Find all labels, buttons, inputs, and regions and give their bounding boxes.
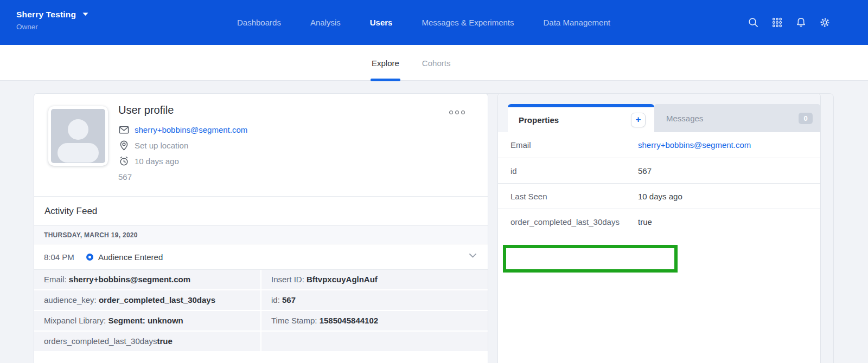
tab-cohorts-label: Cohorts bbox=[422, 59, 451, 68]
gear-icon[interactable] bbox=[819, 17, 831, 28]
bell-icon[interactable] bbox=[795, 17, 807, 28]
properties-tab-header: Properties + Messages 0 bbox=[498, 94, 820, 132]
property-value: 567 bbox=[638, 166, 652, 176]
event-prop-cell: Mixpanel Library: Segment: unknown bbox=[34, 311, 260, 330]
property-label: order_completed_last_30days bbox=[510, 217, 620, 226]
properties-table: Email sherry+bobbins@segment.com id 567 … bbox=[498, 132, 820, 234]
event-time: 8:04 PM bbox=[44, 252, 86, 262]
tab-explore-label: Explore bbox=[372, 59, 399, 68]
property-value: true bbox=[638, 217, 652, 226]
tab-messages-label: Messages bbox=[666, 114, 703, 123]
alarm-clock-icon bbox=[118, 155, 130, 167]
profile-location[interactable]: Set up location bbox=[135, 141, 188, 150]
event-prop-cell: Time Stamp: 1585045844102 bbox=[261, 311, 488, 330]
page-title: User profile bbox=[118, 104, 247, 116]
property-label: id bbox=[510, 166, 517, 176]
explore-cohorts-tab-bar: Explore Cohorts bbox=[0, 45, 868, 81]
workspace-name: Sherry Testing bbox=[16, 10, 76, 20]
event-prop-cell: id: 567 bbox=[261, 290, 488, 310]
more-options-icon[interactable] bbox=[449, 111, 465, 114]
main-nav-links: Dashboards Analysis Users Messages & Exp… bbox=[237, 0, 610, 45]
avatar bbox=[48, 106, 108, 166]
tab-cohorts[interactable]: Cohorts bbox=[422, 45, 451, 81]
activity-feed-title: Activity Feed bbox=[44, 206, 97, 217]
property-row-last-seen: Last Seen 10 days ago bbox=[498, 183, 820, 209]
workspace-switcher[interactable]: Sherry Testing Owner bbox=[16, 10, 88, 31]
event-prop-cell: audience_key: order_completed_last_30day… bbox=[34, 290, 260, 310]
tab-messages[interactable]: Messages 0 bbox=[654, 104, 820, 132]
profile-last-seen: 10 days ago bbox=[135, 157, 179, 166]
workspace-role: Owner bbox=[16, 23, 88, 31]
tab-properties[interactable]: Properties + bbox=[508, 104, 654, 132]
tab-properties-label: Properties bbox=[519, 115, 559, 125]
location-pin-icon bbox=[118, 140, 130, 151]
property-row-email: Email sherry+bobbins@segment.com bbox=[498, 132, 820, 158]
messages-count-badge: 0 bbox=[799, 113, 813, 124]
property-label: Email bbox=[510, 140, 531, 150]
add-property-button[interactable]: + bbox=[631, 113, 646, 127]
nav-item-dashboards[interactable]: Dashboards bbox=[237, 18, 281, 27]
properties-panel-card: Properties + Messages 0 Email sherry+bob… bbox=[497, 93, 821, 363]
event-prop-cell: orders_completed_last_30daystrue bbox=[34, 332, 260, 351]
event-prop-cell: Email: sherry+bobbins@segment.com bbox=[34, 270, 260, 289]
property-value: 10 days ago bbox=[638, 192, 682, 201]
sub-tabs: Explore Cohorts bbox=[372, 45, 450, 81]
profile-email-link[interactable]: sherry+bobbins@segment.com bbox=[135, 125, 247, 134]
nav-icon-group bbox=[748, 0, 831, 45]
profile-id: 567 bbox=[118, 169, 247, 185]
nav-item-messages-experiments[interactable]: Messages & Experiments bbox=[422, 18, 514, 27]
profile-section: User profile sherry+bobbins@segment.com … bbox=[34, 94, 488, 196]
envelope-icon bbox=[118, 124, 130, 135]
nav-item-users[interactable]: Users bbox=[370, 18, 393, 27]
search-icon[interactable] bbox=[748, 17, 759, 28]
profile-info: User profile sherry+bobbins@segment.com … bbox=[118, 104, 247, 185]
event-name: Audience Entered bbox=[98, 252, 163, 262]
user-profile-card: User profile sherry+bobbins@segment.com … bbox=[34, 93, 488, 363]
event-prop-cell: Insert ID: BftvpxcuyAglnAuf bbox=[261, 270, 488, 289]
chevron-down-icon[interactable] bbox=[469, 254, 476, 258]
property-row-id: id 567 bbox=[498, 158, 820, 183]
event-dot-icon bbox=[86, 254, 93, 261]
property-label: Last Seen bbox=[510, 192, 547, 201]
activity-event-row[interactable]: 8:04 PM Audience Entered bbox=[34, 244, 488, 269]
chevron-down-icon bbox=[82, 12, 88, 16]
nav-item-data-management[interactable]: Data Management bbox=[544, 18, 610, 27]
property-row-order-completed: order_completed_last_30days true bbox=[498, 209, 820, 234]
event-properties-table: Email: sherry+bobbins@segment.com Insert… bbox=[34, 269, 488, 351]
property-email-link[interactable]: sherry+bobbins@segment.com bbox=[638, 140, 751, 150]
apps-grid-icon[interactable] bbox=[771, 17, 783, 28]
tab-explore[interactable]: Explore bbox=[372, 45, 399, 81]
top-nav-bar: Sherry Testing Owner Dashboards Analysis… bbox=[0, 0, 868, 45]
event-prop-cell-empty bbox=[261, 332, 488, 351]
activity-feed-header: Activity Feed bbox=[34, 196, 488, 225]
nav-item-analysis[interactable]: Analysis bbox=[310, 18, 341, 27]
activity-date-header: THURSDAY, MARCH 19, 2020 bbox=[34, 225, 488, 244]
green-highlight-annotation bbox=[503, 245, 678, 273]
